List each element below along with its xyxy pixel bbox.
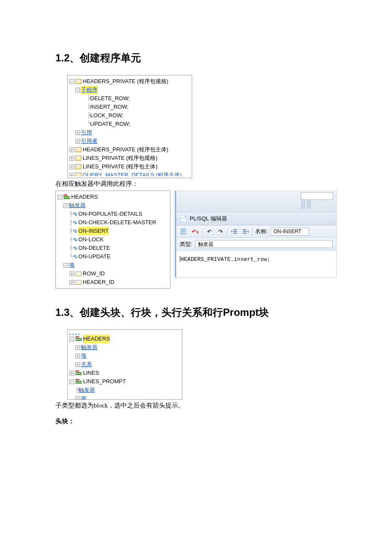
- proc-delete-row[interactable]: DELETE_ROW;: [90, 94, 130, 103]
- tree-blocks: ▪ ▪ ▪ ▪ −HEADERS +触发器 +项 +关系 +LINES −LIN…: [67, 330, 182, 400]
- tree-program-units: −HEADERS_PRIVATE (程序包规格) −子程序 ├DELETE_RO…: [67, 75, 192, 178]
- editor-title: PL/SQL 编辑器: [190, 215, 227, 223]
- editor-icon: 📄: [180, 215, 187, 222]
- editor-toolbar: ↶₀ ↶ ↷ 名称: ON-INSERT: [176, 225, 337, 238]
- block-lines[interactable]: LINES: [83, 369, 99, 377]
- heading-12: 1.2、创建程序单元: [55, 51, 337, 65]
- proc-insert-row[interactable]: INSERT_ROW;: [90, 103, 129, 111]
- package-icon: [75, 173, 81, 176]
- item-header-id[interactable]: HEADER_ID: [83, 278, 114, 286]
- node-triggers[interactable]: 触发器: [69, 201, 86, 210]
- block-icon: [63, 194, 70, 200]
- collapse-icon[interactable]: −: [69, 337, 74, 341]
- indent-icon[interactable]: [241, 228, 250, 235]
- expand-icon[interactable]: +: [69, 147, 74, 152]
- redo-icon[interactable]: ↷: [216, 228, 225, 235]
- trigger-on-delete[interactable]: ON-DELETE: [78, 244, 110, 252]
- block-icon: [75, 336, 82, 342]
- expand-icon[interactable]: +: [69, 165, 74, 169]
- trigger-icon: ↯: [72, 252, 79, 262]
- code-textarea[interactable]: HEADERS_PRIVATE.insert_row;: [176, 251, 337, 278]
- node-headers-private-spec[interactable]: HEADERS_PRIVATE (程序包规格): [83, 77, 168, 86]
- node-items-2[interactable]: 项: [81, 394, 86, 399]
- trigger-on-insert[interactable]: ON-INSERT: [78, 227, 109, 235]
- node-headers-block[interactable]: HEADERS: [71, 193, 98, 201]
- editor-titlebar: 📄 PL/SQL 编辑器: [176, 212, 337, 225]
- truncated-top: ▪ ▪ ▪ ▪: [69, 332, 179, 335]
- node-items[interactable]: 项: [69, 261, 75, 269]
- collapse-icon[interactable]: −: [75, 88, 80, 92]
- expand-icon[interactable]: +: [69, 371, 74, 376]
- node-items[interactable]: 项: [81, 352, 86, 360]
- block-icon: [75, 379, 82, 384]
- node-references[interactable]: 引用: [81, 128, 92, 137]
- package-spec-icon: [75, 156, 81, 161]
- revert-icon[interactable]: ↶₀: [191, 228, 199, 235]
- trigger-icon: ↯: [72, 226, 79, 236]
- trigger-on-check-delete-master[interactable]: ON-CHECK-DELETE-MASTER: [78, 218, 156, 227]
- item-icon: [75, 272, 81, 276]
- trigger-on-lock[interactable]: ON-LOCK: [78, 235, 104, 244]
- heading-13: 1.3、创建头块、行块，头行关系和行Prompt块: [55, 306, 337, 319]
- proc-update-row[interactable]: UPDATE_ROW;: [90, 120, 130, 128]
- expand-icon[interactable]: +: [75, 354, 80, 358]
- block-icon: [75, 370, 82, 376]
- expand-icon[interactable]: +: [75, 345, 80, 350]
- trigger-icon: ↯: [72, 209, 79, 219]
- node-triggers-2[interactable]: 触发器: [78, 386, 95, 394]
- proc-lock-row[interactable]: LOCK_ROW;: [90, 111, 124, 120]
- compile-icon[interactable]: [180, 228, 188, 235]
- undo-icon[interactable]: ↶: [205, 228, 213, 235]
- collapse-icon[interactable]: −: [63, 203, 68, 208]
- package-spec-icon: [75, 79, 81, 84]
- separator: [252, 227, 253, 236]
- separator: [202, 227, 202, 236]
- type-field[interactable]: 触发器: [195, 240, 333, 248]
- trigger-icon: ↯: [72, 235, 79, 245]
- package-body-icon: [75, 147, 81, 152]
- expand-icon[interactable]: +: [69, 280, 74, 285]
- outdent-icon[interactable]: [230, 228, 239, 235]
- node-triggers[interactable]: 触发器: [81, 343, 98, 352]
- collapse-icon[interactable]: −: [75, 396, 80, 400]
- expand-icon[interactable]: +: [75, 130, 80, 135]
- type-label: 类型:: [180, 240, 193, 248]
- name-label: 名称:: [255, 228, 268, 235]
- plsql-editor-panel: 📄 PL/SQL 编辑器 ↶₀ ↶ ↷ 名称:: [175, 191, 337, 278]
- collapse-icon[interactable]: −: [58, 195, 62, 199]
- node-lines-private-spec[interactable]: LINES_PRIVATE (程序包规格): [83, 154, 158, 162]
- expand-icon[interactable]: +: [75, 362, 80, 367]
- node-headers-private-body[interactable]: HEADERS_PRIVATE (程序包主体): [83, 145, 168, 154]
- caption-subtype-block: 子类型都选为block，选中之后会有箭头提示。: [55, 402, 337, 410]
- separator: [227, 227, 228, 236]
- node-truncated: QUERY_MASTER_DETAILS (程序主体): [83, 171, 182, 176]
- editor-topbar: [176, 191, 337, 212]
- collapse-icon[interactable]: −: [63, 263, 68, 268]
- tree-triggers: −HEADERS −触发器 ├↯ON-POPULATE-DETAILS ├↯ON…: [55, 191, 170, 289]
- node-referenced-by[interactable]: 引用者: [81, 137, 98, 145]
- item-icon: [75, 280, 81, 285]
- trigger-on-populate-details[interactable]: ON-POPULATE-DETAILS: [78, 210, 142, 218]
- trigger-icon: ↯: [72, 218, 79, 228]
- node-relations[interactable]: 关系: [81, 360, 92, 369]
- package-body-icon: [75, 164, 81, 169]
- expand-icon[interactable]: +: [69, 173, 74, 176]
- item-row-id[interactable]: ROW_ID: [83, 269, 105, 278]
- block-headers[interactable]: HEADERS: [83, 335, 110, 343]
- expand-icon[interactable]: +: [69, 272, 74, 276]
- label-header-block: 头块：: [55, 417, 337, 425]
- editor-toolbar-2: 类型: 触发器: [176, 238, 337, 251]
- node-subprograms[interactable]: 子程序: [81, 86, 98, 94]
- blank-field[interactable]: [301, 192, 333, 200]
- trigger-on-update[interactable]: ON-UPDATE: [78, 252, 111, 261]
- name-field[interactable]: ON-INSERT: [271, 228, 309, 236]
- node-lines-private-body[interactable]: LINES_PRIVATE (程序包主体): [83, 162, 158, 171]
- expand-icon[interactable]: +: [69, 156, 74, 161]
- block-lines-prompt[interactable]: LINES_PROMPT: [83, 377, 126, 386]
- caption-call-in-trigger: 在相应触发器中调用此程序：: [55, 180, 337, 188]
- expand-icon[interactable]: +: [75, 139, 80, 144]
- collapse-icon[interactable]: −: [69, 379, 74, 384]
- trigger-icon: ↯: [72, 243, 79, 253]
- code-line: HEADERS_PRIVATE.insert_row;: [181, 256, 271, 263]
- collapse-icon[interactable]: −: [69, 79, 74, 84]
